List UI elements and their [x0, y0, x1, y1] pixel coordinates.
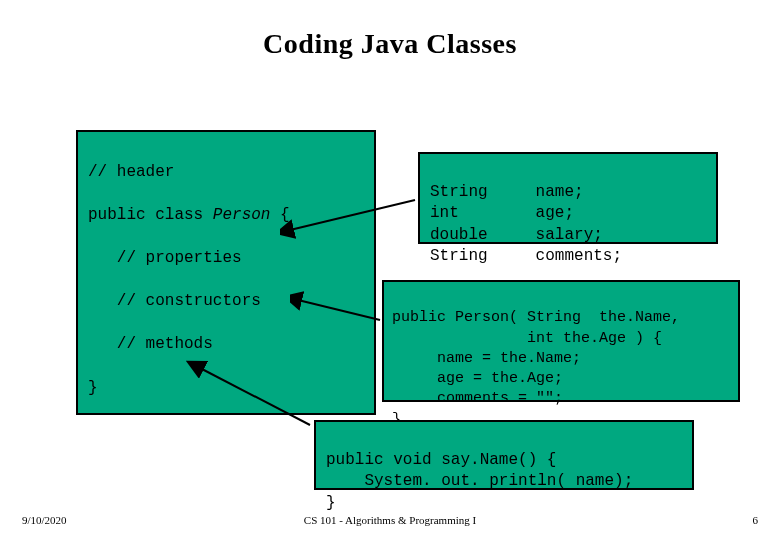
footer-page-number: 6 [753, 514, 759, 526]
code-line: public class Person { [88, 206, 290, 224]
code-box-constructor: public Person( String the.Name, int the.… [382, 280, 740, 402]
code-line: // methods [88, 335, 213, 353]
code-box-method: public void say.Name() { System. out. pr… [314, 420, 694, 490]
code-line: age = the.Age; [392, 370, 563, 387]
slide-title: Coding Java Classes [0, 28, 780, 60]
code-box-class-skeleton: // header public class Person { // prope… [76, 130, 376, 415]
code-line: } [326, 494, 336, 512]
code-line: // properties [88, 249, 242, 267]
code-line: name = the.Name; [392, 350, 581, 367]
code-line: // header [88, 163, 174, 181]
code-line: } [88, 379, 98, 397]
code-line: String comments; [430, 247, 622, 265]
code-line: public void say.Name() { [326, 451, 556, 469]
code-line: int age; [430, 204, 574, 222]
code-line: String name; [430, 183, 584, 201]
code-line: // constructors [88, 292, 261, 310]
footer-date: 9/10/2020 [22, 514, 67, 526]
code-line: comments = ""; [392, 390, 563, 407]
code-line: System. out. println( name); [326, 472, 633, 490]
footer-course: CS 101 - Algorithms & Programming I [304, 514, 476, 526]
code-box-properties: String name; int age; double salary; Str… [418, 152, 718, 244]
code-line: double salary; [430, 226, 603, 244]
code-line: public Person( String the.Name, [392, 309, 680, 326]
code-line: int the.Age ) { [392, 330, 662, 347]
